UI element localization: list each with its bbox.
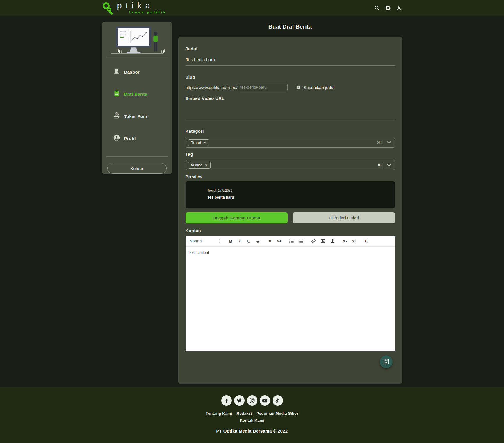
sidebar: Dasbor Draf Berita $ Tukar Poin Profil xyxy=(102,22,172,174)
sidebar-item-label: Draf Berita xyxy=(124,92,147,97)
kategori-select[interactable]: Trend ✕ ✕ xyxy=(186,138,395,148)
logo-id-badge: id xyxy=(107,7,111,12)
instagram-icon[interactable] xyxy=(247,395,257,406)
embed-video-label: Embed Video URL xyxy=(186,96,395,101)
sidebar-item-label: Dasbor xyxy=(124,70,140,75)
format-dropdown[interactable]: Normal xyxy=(190,239,221,243)
tag-label: Tag xyxy=(186,152,395,157)
updown-arrows-icon xyxy=(218,239,221,243)
sidebar-item-label: Tukar Poin xyxy=(124,114,147,119)
person-circle-icon xyxy=(113,134,120,143)
preview-title: Tes berita baru xyxy=(207,195,395,199)
page-footer: Tentang Kami Redaksi Pedoman Media Siber… xyxy=(0,387,504,443)
sesuaikan-judul-label: Sesuaikan judul xyxy=(304,85,334,90)
copyright: PT Optika Media Bersama © 2022 xyxy=(0,428,504,433)
editor-toolbar: Normal B I U S ” </> xyxy=(186,236,395,247)
ordered-list-button[interactable] xyxy=(289,239,294,244)
slug-input[interactable] xyxy=(238,84,288,91)
logout-button[interactable]: Keluar xyxy=(107,163,167,174)
top-header: id ptika lensa politik xyxy=(0,0,504,16)
clipboard-icon xyxy=(113,90,120,98)
divider xyxy=(106,156,168,157)
clear-icon[interactable]: ✕ xyxy=(377,163,381,167)
blockquote-button[interactable]: ” xyxy=(268,238,273,244)
subscript-button[interactable]: x₂ xyxy=(343,239,348,243)
superscript-button[interactable]: x² xyxy=(352,239,357,243)
kategori-label: Kategori xyxy=(186,129,395,134)
embed-video-input[interactable] xyxy=(186,101,395,119)
dashboard-illustration xyxy=(102,25,172,56)
clear-icon[interactable]: ✕ xyxy=(377,140,381,145)
separator xyxy=(384,140,384,146)
logo-magnifier-icon: id xyxy=(102,1,114,15)
divider xyxy=(106,58,168,58)
footer-link-pedoman[interactable]: Pedoman Media Siber xyxy=(256,411,298,416)
article-preview: Trend | 17/8/2023 Tes berita baru xyxy=(186,181,395,208)
youtube-icon[interactable] xyxy=(260,395,270,406)
page-title: Buat Draf Berita xyxy=(178,24,402,30)
slug-prefix: https://www.optika.id/trend/ xyxy=(186,85,238,90)
chip-remove-icon[interactable]: ✕ xyxy=(205,164,207,167)
chip-remove-icon[interactable]: ✕ xyxy=(204,141,206,144)
tag-chip: testing ✕ xyxy=(188,162,211,169)
sidebar-item-draf-berita[interactable]: Draf Berita xyxy=(102,90,172,98)
sesuaikan-judul-checkbox[interactable]: ✓ xyxy=(296,85,300,89)
profile-icon[interactable] xyxy=(396,5,402,11)
logo-tagline: lensa politik xyxy=(129,10,167,14)
underline-button[interactable]: U xyxy=(247,239,251,244)
preview-label: Preview xyxy=(186,174,395,179)
link-button[interactable] xyxy=(311,238,316,244)
tag-select[interactable]: testing ✕ ✕ xyxy=(186,160,395,170)
bold-button[interactable]: B xyxy=(229,239,233,244)
coin-deposit-icon: $ xyxy=(113,112,120,121)
check-icon: ✓ xyxy=(297,86,300,89)
kategori-chip: Trend ✕ xyxy=(188,139,209,146)
format-label: Normal xyxy=(190,239,203,243)
chip-label: Trend xyxy=(191,141,201,145)
bullet-list-button[interactable] xyxy=(298,239,303,244)
floppy-disk-icon xyxy=(383,358,390,366)
strikethrough-button[interactable]: S xyxy=(256,239,260,244)
chevron-down-icon[interactable] xyxy=(387,162,391,168)
upload-main-image-button[interactable]: Unggah Gambar Utama xyxy=(186,212,288,223)
tiktok-icon[interactable] xyxy=(273,395,283,406)
rich-text-editor: Normal B I U S ” </> xyxy=(186,236,395,351)
chip-label: testing xyxy=(191,163,203,167)
door-icon xyxy=(113,68,120,76)
judul-label: Judul xyxy=(186,46,395,51)
settings-gear-icon[interactable] xyxy=(385,5,391,11)
upload-button[interactable] xyxy=(330,238,335,244)
judul-input[interactable] xyxy=(186,55,395,66)
pick-from-gallery-button[interactable]: Pilih dari Galeri xyxy=(293,212,395,223)
twitter-icon[interactable] xyxy=(234,395,245,406)
italic-button[interactable]: I xyxy=(238,239,242,244)
slug-label: Slug xyxy=(186,75,395,79)
konten-label: Konten xyxy=(186,228,395,233)
footer-link-kontak-kami[interactable]: Kontak Kami xyxy=(240,418,264,423)
sidebar-item-tukar-poin[interactable]: $ Tukar Poin xyxy=(102,112,172,120)
logo-text: ptika xyxy=(117,1,167,10)
save-draft-button[interactable] xyxy=(380,355,393,368)
clear-formatting-button[interactable]: Tₓ xyxy=(364,239,369,244)
footer-link-tentang-kami[interactable]: Tentang Kami xyxy=(206,411,232,416)
search-icon[interactable] xyxy=(374,5,380,11)
preview-meta: Trend | 17/8/2023 xyxy=(207,189,395,192)
separator xyxy=(384,162,384,168)
sidebar-item-label: Profil xyxy=(124,136,136,141)
draft-form-card: Judul Slug https://www.optika.id/trend/ … xyxy=(178,37,402,384)
facebook-icon[interactable] xyxy=(221,395,232,406)
sidebar-item-dasbor[interactable]: Dasbor xyxy=(102,68,172,76)
chevron-down-icon[interactable] xyxy=(387,140,391,145)
code-block-button[interactable]: </> xyxy=(277,239,282,243)
image-button[interactable] xyxy=(320,238,326,244)
editor-content[interactable]: test content xyxy=(186,247,395,351)
logo[interactable]: id ptika lensa politik xyxy=(102,1,167,15)
svg-text:$: $ xyxy=(116,113,117,116)
footer-link-redaksi[interactable]: Redaksi xyxy=(236,411,252,416)
sidebar-item-profil[interactable]: Profil xyxy=(102,134,172,142)
